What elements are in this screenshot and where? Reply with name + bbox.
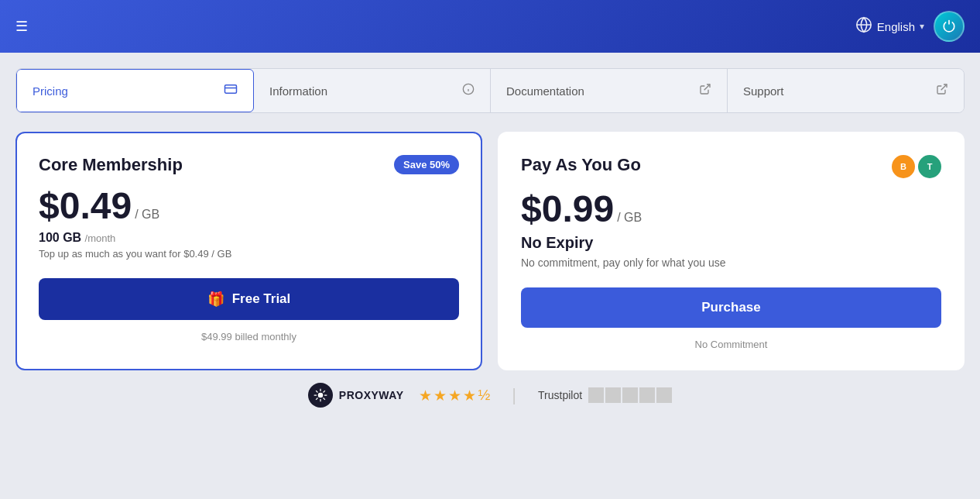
hamburger-icon[interactable]: ☰ bbox=[15, 18, 28, 35]
star-2: ★ bbox=[433, 387, 447, 404]
tab-documentation[interactable]: Documentation bbox=[491, 69, 728, 112]
core-card-title: Core Membership bbox=[39, 155, 183, 175]
trustpilot-label: Trustpilot bbox=[538, 389, 582, 401]
btc-badge: B bbox=[892, 155, 915, 178]
header: ☰ English ▾ bbox=[0, 0, 980, 53]
usdt-badge: T bbox=[918, 155, 941, 178]
tab-support-label: Support bbox=[743, 84, 784, 98]
purchase-label: Purchase bbox=[701, 300, 761, 315]
payg-price-unit: / GB bbox=[617, 211, 642, 225]
header-left: ☰ bbox=[15, 18, 28, 35]
proxyway-stars: ★ ★ ★ ★ ½ bbox=[419, 387, 490, 404]
save-badge: Save 50% bbox=[394, 155, 459, 174]
trustpilot-logo: Trustpilot bbox=[538, 387, 672, 403]
cards-container: Core Membership Save 50% $0.49 / GB 100 … bbox=[15, 132, 965, 370]
payg-commitment-sub: No commitment, pay only for what you use bbox=[521, 256, 941, 269]
language-label: English bbox=[877, 20, 915, 33]
header-right: English ▾ bbox=[855, 11, 965, 42]
core-topup-text: Top up as much as you want for $0.49 / G… bbox=[39, 248, 459, 260]
no-expiry-label: No Expiry bbox=[521, 234, 941, 252]
svg-line-6 bbox=[941, 84, 947, 90]
star-3: ★ bbox=[448, 387, 461, 404]
tp-star-1 bbox=[588, 387, 604, 403]
proxyway-icon bbox=[308, 383, 333, 408]
star-half: ½ bbox=[478, 387, 490, 404]
main-content: Pricing Information Documentation bbox=[0, 53, 980, 499]
tp-star-2 bbox=[605, 387, 621, 403]
payg-price: $0.99 bbox=[521, 191, 614, 228]
proxyway-label: PROXYWAY bbox=[339, 389, 404, 401]
language-icon bbox=[855, 16, 872, 37]
tab-information-label: Information bbox=[269, 84, 327, 98]
tab-support[interactable]: Support bbox=[728, 69, 964, 112]
footer-logos: PROXYWAY ★ ★ ★ ★ ½ | Trustpilot bbox=[15, 370, 965, 414]
svg-point-7 bbox=[318, 393, 324, 398]
core-price-row: $0.49 / GB bbox=[39, 188, 459, 225]
purchase-button[interactable]: Purchase bbox=[521, 287, 941, 328]
tabs-nav: Pricing Information Documentation bbox=[15, 68, 965, 113]
chevron-down-icon: ▾ bbox=[920, 21, 924, 32]
proxyway-logo: PROXYWAY bbox=[308, 383, 404, 408]
tab-pricing-icon bbox=[224, 82, 238, 99]
tp-star-4 bbox=[639, 387, 655, 403]
usdt-label: T bbox=[927, 162, 933, 171]
divider: | bbox=[512, 385, 516, 405]
tab-pricing-label: Pricing bbox=[33, 84, 68, 98]
billing-note: $49.99 billed monthly bbox=[39, 331, 459, 342]
tab-pricing[interactable]: Pricing bbox=[16, 69, 254, 112]
core-data-period: /month bbox=[85, 232, 116, 244]
free-trial-button[interactable]: 🎁 Free Trial bbox=[39, 278, 459, 320]
crypto-badges: B T bbox=[892, 155, 941, 178]
core-data-row: 100 GB /month bbox=[39, 231, 459, 245]
tab-support-external-icon bbox=[936, 83, 948, 98]
gift-icon: 🎁 bbox=[207, 291, 224, 308]
star-1: ★ bbox=[419, 387, 432, 404]
payg-card-title: Pay As You Go bbox=[521, 155, 641, 175]
free-trial-label: Free Trial bbox=[232, 291, 291, 307]
tab-documentation-external-icon bbox=[699, 83, 711, 98]
star-4: ★ bbox=[463, 387, 476, 404]
tab-information-icon bbox=[462, 83, 475, 98]
tp-star-3 bbox=[622, 387, 638, 403]
payg-card: Pay As You Go B T $0.99 / GB No Expiry N… bbox=[498, 132, 965, 370]
core-price-unit: / GB bbox=[135, 208, 159, 222]
tab-information[interactable]: Information bbox=[254, 69, 491, 112]
payg-card-header: Pay As You Go B T bbox=[521, 155, 941, 178]
core-price: $0.49 bbox=[39, 188, 132, 225]
btc-label: B bbox=[900, 162, 906, 171]
power-button[interactable] bbox=[934, 11, 965, 42]
core-membership-card: Core Membership Save 50% $0.49 / GB 100 … bbox=[15, 132, 482, 370]
core-card-header: Core Membership Save 50% bbox=[39, 155, 459, 175]
language-selector[interactable]: English ▾ bbox=[855, 16, 924, 37]
core-data-amount: 100 GB bbox=[39, 231, 81, 244]
svg-rect-1 bbox=[225, 85, 237, 94]
payg-price-row: $0.99 / GB bbox=[521, 191, 941, 228]
svg-line-5 bbox=[704, 84, 710, 90]
tab-documentation-label: Documentation bbox=[506, 84, 584, 98]
no-commitment-note: No Commitment bbox=[521, 339, 941, 350]
tp-star-5 bbox=[656, 387, 672, 403]
trustpilot-stars bbox=[588, 387, 672, 403]
